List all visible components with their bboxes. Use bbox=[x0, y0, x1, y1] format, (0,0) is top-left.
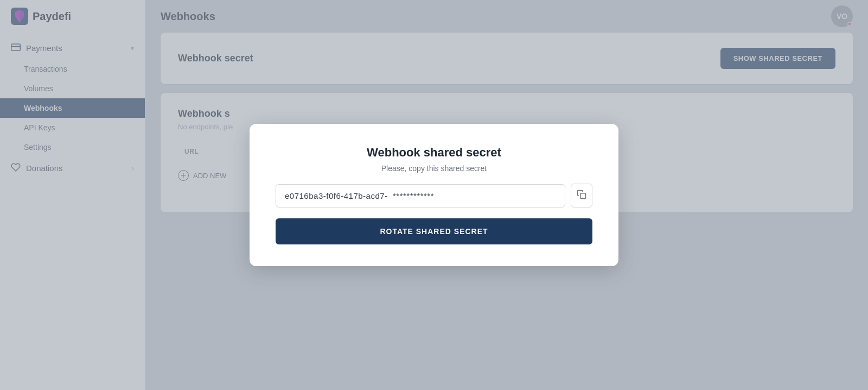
webhook-shared-secret-modal: Webhook shared secret Please, copy this … bbox=[250, 124, 618, 266]
modal-secret-row bbox=[276, 184, 592, 207]
copy-icon bbox=[577, 190, 586, 202]
shared-secret-input[interactable] bbox=[276, 184, 565, 207]
svg-rect-3 bbox=[580, 193, 586, 198]
modal-subtitle: Please, copy this shared secret bbox=[381, 164, 487, 173]
rotate-shared-secret-button[interactable]: ROTATE SHARED SECRET bbox=[276, 218, 592, 244]
modal-overlay[interactable]: Webhook shared secret Please, copy this … bbox=[0, 0, 868, 390]
modal-title: Webhook shared secret bbox=[367, 146, 501, 160]
copy-secret-button[interactable] bbox=[571, 184, 592, 207]
